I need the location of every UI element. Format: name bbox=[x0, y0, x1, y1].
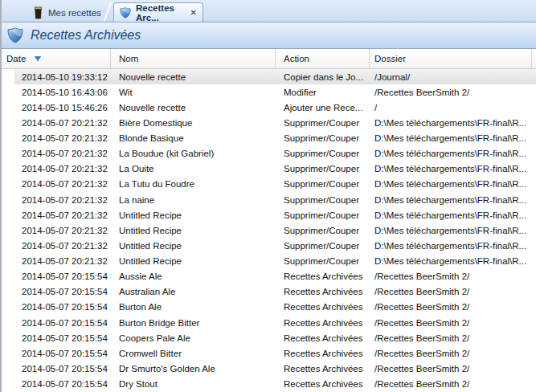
table-row[interactable]: 2014-05-07 20:15:54 Burton Bridge Bitter… bbox=[0, 315, 536, 330]
cell-nom: Aussie Ale bbox=[111, 272, 276, 281]
cell-action: Recettes Archivées bbox=[276, 333, 370, 343]
table-row[interactable]: 2014-05-07 20:15:54 Dry Stout Recettes A… bbox=[0, 377, 536, 392]
cell-nom: Untitled Recipe bbox=[111, 226, 276, 235]
cell-date: 2014-05-07 20:15:54 bbox=[0, 272, 111, 281]
tab-close-icon[interactable]: ✕ bbox=[190, 9, 197, 17]
cell-action: Supprimer/Couper bbox=[276, 149, 370, 158]
cell-dossier: D:\Mes téléchargements\FR-final\R... bbox=[370, 241, 536, 251]
cell-date: 2014-05-07 20:15:54 bbox=[0, 349, 111, 358]
cell-date: 2014-05-10 15:46:26 bbox=[0, 103, 111, 112]
cell-dossier: /Journal/ bbox=[370, 72, 536, 82]
table-row[interactable]: 2014-05-10 15:46:26 Nouvelle recette Ajo… bbox=[0, 100, 536, 115]
cell-dossier: /Recettes BeerSmith 2/ bbox=[370, 287, 536, 296]
cell-dossier: D:\Mes téléchargements\FR-final\R... bbox=[370, 118, 536, 128]
cell-action: Recettes Archivées bbox=[276, 364, 370, 374]
cell-dossier: D:\Mes téléchargements\FR-final\R... bbox=[370, 164, 536, 174]
cell-date: 2014-05-07 20:21:32 bbox=[0, 256, 111, 266]
document-tab-bar: Mes recettes Recettes Arc... ✕ bbox=[0, 0, 536, 22]
table-row[interactable]: 2014-05-07 20:21:32 Untitled Recipe Supp… bbox=[0, 254, 536, 269]
table-row[interactable]: 2014-05-07 20:21:32 La naine Supprimer/C… bbox=[0, 192, 536, 207]
table-row[interactable]: 2014-05-10 19:33:12 Nouvelle recette Cop… bbox=[0, 69, 536, 84]
cell-action: Supprimer/Couper bbox=[276, 164, 370, 174]
cell-dossier: D:\Mes téléchargements\FR-final\R... bbox=[370, 179, 536, 189]
table-row[interactable]: 2014-05-07 20:15:54 Aussie Ale Recettes … bbox=[0, 269, 536, 284]
table-row[interactable]: 2014-05-07 20:21:32 La Boudue (kit Gabri… bbox=[0, 146, 536, 161]
cell-nom: Untitled Recipe bbox=[111, 256, 276, 266]
cell-nom: Burton Bridge Bitter bbox=[111, 318, 276, 328]
cell-dossier: /Recettes BeerSmith 2/ bbox=[370, 349, 536, 358]
column-header-nom[interactable]: Nom bbox=[111, 49, 276, 68]
cell-nom: Untitled Recipe bbox=[111, 210, 276, 220]
cell-date: 2014-05-07 20:21:32 bbox=[0, 164, 111, 174]
table-row[interactable]: 2014-05-07 20:21:32 Blonde Basique Suppr… bbox=[0, 131, 536, 146]
cell-nom: Coopers Pale Ale bbox=[111, 333, 276, 343]
cell-action: Supprimer/Couper bbox=[276, 241, 370, 251]
view-title-bar: Recettes Archivées bbox=[0, 22, 536, 49]
cell-nom: La naine bbox=[111, 195, 276, 205]
cell-date: 2014-05-07 20:21:32 bbox=[0, 241, 111, 251]
cell-date: 2014-05-07 20:15:54 bbox=[0, 379, 111, 389]
page-title: Recettes Archivées bbox=[31, 28, 141, 43]
cell-date: 2014-05-07 20:21:32 bbox=[0, 226, 111, 235]
tab-label: Mes recettes bbox=[48, 8, 101, 18]
cell-action: Supprimer/Couper bbox=[276, 179, 370, 189]
cell-date: 2014-05-10 19:33:12 bbox=[0, 72, 111, 82]
cell-action: Modifier bbox=[276, 88, 370, 97]
cell-action: Recettes Archivées bbox=[276, 287, 370, 296]
cell-dossier: /Recettes BeerSmith 2/ bbox=[370, 333, 536, 343]
column-header-dossier[interactable]: Dossier bbox=[370, 49, 532, 68]
cell-action: Supprimer/Couper bbox=[276, 256, 370, 266]
cell-date: 2014-05-07 20:15:54 bbox=[0, 302, 111, 312]
cell-nom: Dry Stout bbox=[111, 379, 276, 389]
shield-icon bbox=[120, 7, 131, 18]
cell-nom: Australian Ale bbox=[111, 287, 276, 296]
cell-date: 2014-05-07 20:21:32 bbox=[0, 210, 111, 220]
cell-nom: La Boudue (kit Gabriel) bbox=[111, 149, 276, 158]
table-row[interactable]: 2014-05-07 20:15:54 Burton Ale Recettes … bbox=[0, 300, 536, 315]
table-row[interactable]: 2014-05-07 20:21:32 Untitled Recipe Supp… bbox=[0, 223, 536, 238]
cell-action: Recettes Archivées bbox=[276, 318, 370, 328]
cell-date: 2014-05-07 20:15:54 bbox=[0, 333, 111, 343]
table-row[interactable]: 2014-05-07 20:15:54 Dr Smurto's Golden A… bbox=[0, 361, 536, 376]
cell-dossier: D:\Mes téléchargements\FR-final\R... bbox=[370, 133, 536, 143]
cell-nom: La Ouite bbox=[111, 164, 276, 174]
cell-action: Supprimer/Couper bbox=[276, 118, 370, 128]
table-row[interactable]: 2014-05-07 20:21:32 La Ouite Supprimer/C… bbox=[0, 161, 536, 177]
cell-date: 2014-05-07 20:21:32 bbox=[0, 133, 111, 143]
tab-label: Recettes Arc... bbox=[136, 3, 186, 22]
table-row[interactable]: 2014-05-07 20:15:54 Cromwell Bitter Rece… bbox=[0, 345, 536, 361]
tab-recettes-archivees[interactable]: Recettes Arc... ✕ bbox=[113, 2, 203, 22]
window-left-border bbox=[0, 0, 2, 392]
cell-action: Supprimer/Couper bbox=[276, 210, 370, 220]
column-label: Dossier bbox=[374, 54, 406, 63]
shield-icon bbox=[7, 27, 23, 43]
table-row[interactable]: 2014-05-07 20:15:54 Australian Ale Recet… bbox=[0, 284, 536, 300]
cell-dossier: D:\Mes téléchargements\FR-final\R... bbox=[370, 256, 536, 266]
cell-nom: Nouvelle recette bbox=[111, 72, 276, 82]
column-header-action[interactable]: Action bbox=[276, 49, 370, 68]
column-label: Action bbox=[284, 54, 309, 63]
table-row[interactable]: 2014-05-07 20:15:54 Coopers Pale Ale Rec… bbox=[0, 330, 536, 345]
table-row[interactable]: 2014-05-07 20:21:32 Untitled Recipe Supp… bbox=[0, 238, 536, 253]
beer-glass-icon bbox=[34, 6, 43, 19]
cell-action: Recettes Archivées bbox=[276, 272, 370, 281]
cell-nom: Bière Domestique bbox=[111, 118, 276, 128]
cell-action: Supprimer/Couper bbox=[276, 195, 370, 205]
cell-action: Copier dans le Jo... bbox=[276, 72, 370, 82]
column-header-date[interactable]: Date bbox=[0, 49, 111, 68]
cell-action: Supprimer/Couper bbox=[276, 133, 370, 143]
table-row[interactable]: 2014-05-10 16:43:06 Wit Modifier /Recett… bbox=[0, 84, 536, 100]
cell-date: 2014-05-07 20:21:32 bbox=[0, 149, 111, 158]
cell-dossier: / bbox=[370, 103, 536, 112]
column-label: Date bbox=[6, 54, 26, 63]
tab-mes-recettes[interactable]: Mes recettes bbox=[27, 3, 108, 22]
cell-dossier: /Recettes BeerSmith 2/ bbox=[370, 272, 536, 281]
table-row[interactable]: 2014-05-07 20:21:32 La Tutu du Foudre Su… bbox=[0, 177, 536, 192]
cell-date: 2014-05-07 20:15:54 bbox=[0, 287, 111, 296]
table-row[interactable]: 2014-05-07 20:21:32 Bière Domestique Sup… bbox=[0, 115, 536, 130]
cell-action: Recettes Archivées bbox=[276, 302, 370, 312]
cell-nom: Dr Smurto's Golden Ale bbox=[111, 364, 276, 374]
cell-nom: Burton Ale bbox=[111, 302, 276, 312]
table-body: 2014-05-10 19:33:12 Nouvelle recette Cop… bbox=[0, 69, 536, 392]
table-row[interactable]: 2014-05-07 20:21:32 Untitled Recipe Supp… bbox=[0, 207, 536, 223]
